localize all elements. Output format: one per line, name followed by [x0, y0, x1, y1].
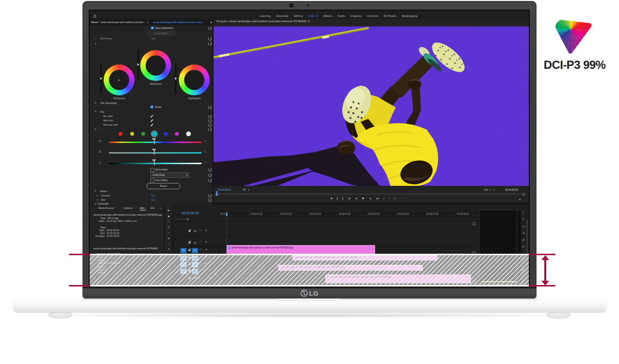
svg-text:LG: LG — [309, 290, 319, 297]
